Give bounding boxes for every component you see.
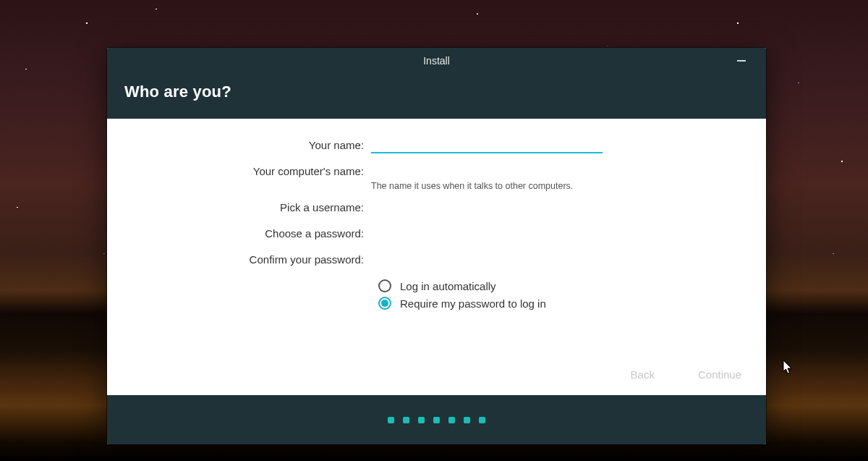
radio-label: Require my password to log in [400,297,546,310]
installer-window: Install Who are you? Your name: Your com… [107,48,766,444]
progress-footer [107,395,766,444]
row-username: Pick a username: [107,198,766,217]
page-header: Who are you? [107,74,766,119]
row-hostname: Your computer's name: The name it uses w… [107,162,766,191]
label-password: Choose a password: [107,224,371,243]
progress-dot [464,417,470,423]
row-name: Your name: [107,136,766,155]
nav-buttons: Back Continue [625,364,747,385]
back-button[interactable]: Back [625,364,660,385]
password-input[interactable] [371,224,603,242]
radio-require-password[interactable]: Require my password to log in [378,297,766,310]
progress-dot [403,417,409,423]
page-title: Who are you? [124,83,749,101]
hostname-input[interactable] [371,162,603,179]
minimize-icon [737,60,746,62]
label-hostname: Your computer's name: [107,162,371,181]
username-input[interactable] [371,198,603,216]
progress-dot [479,417,485,423]
window-titlebar: Install [107,48,766,74]
row-confirm: Confirm your password: [107,250,766,269]
label-name: Your name: [107,136,371,155]
confirm-input[interactable] [371,250,603,268]
minimize-button[interactable] [728,48,754,74]
row-password: Choose a password: [107,224,766,243]
progress-dot [418,417,425,423]
label-confirm: Confirm your password: [107,250,371,269]
name-input[interactable] [371,136,603,153]
progress-dot [433,417,440,423]
login-options: Log in automatically Require my password… [378,279,766,310]
continue-button[interactable]: Continue [692,364,747,385]
window-title: Install [423,55,450,67]
svg-rect-0 [737,60,746,62]
label-username: Pick a username: [107,198,371,217]
progress-dot [448,417,455,423]
form-body: Your name: Your computer's name: The nam… [107,119,766,395]
radio-login-auto[interactable]: Log in automatically [378,279,766,292]
mouse-cursor-icon [783,360,794,378]
hostname-hint: The name it uses when it talks to other … [371,181,617,191]
radio-icon [378,279,391,292]
radio-label: Log in automatically [400,280,496,292]
progress-dot [388,417,394,423]
radio-icon [378,297,391,310]
